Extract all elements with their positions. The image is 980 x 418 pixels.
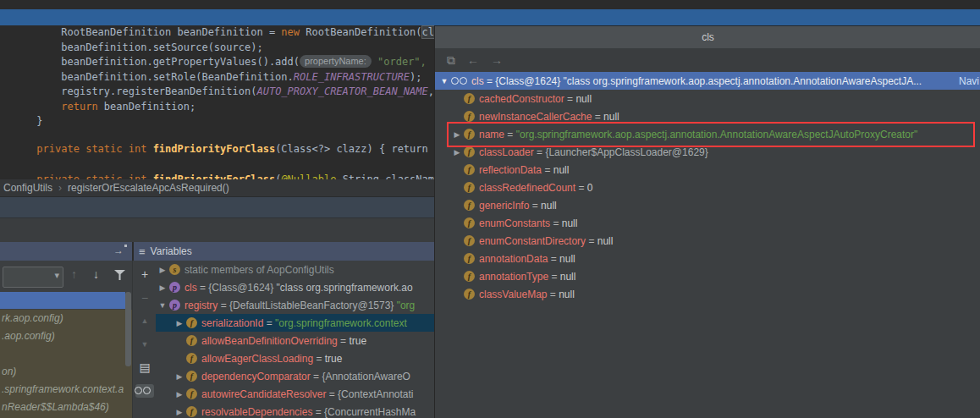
field-icon: f: [464, 146, 475, 157]
variable-name: allowEagerClassLoading: [201, 353, 313, 365]
equals-sign: =: [542, 164, 553, 176]
stack-frame[interactable]: [2, 345, 132, 363]
stack-frame[interactable]: on): [2, 363, 132, 381]
code-line: for (int i = 0; i < APC_PRIORITY_LIST.si…: [0, 172, 379, 179]
variable-row-dependencycomparator[interactable]: ▶ f dependencyComparator = {AnnotationAw…: [156, 367, 434, 385]
collapsed-arrow-icon[interactable]: ▶: [173, 372, 186, 381]
variable-ref: {ContextAnnotati: [338, 388, 413, 400]
variable-name: dependencyComparator: [201, 371, 311, 382]
stack-frame[interactable]: .aop.config): [2, 327, 132, 345]
breadcrumb-item-method[interactable]: registerOrEscalateApcAsRequired(): [64, 182, 233, 194]
equals-sign: =: [313, 353, 325, 365]
equals-sign: =: [326, 388, 338, 400]
frame-up-button[interactable]: ↑: [71, 267, 77, 281]
stack-frame[interactable]: rk.aop.config): [2, 310, 132, 327]
variable-row-cls[interactable]: ▶ p cls = {Class@1624} "class org.spring…: [156, 278, 434, 296]
popup-title: cls: [435, 26, 980, 49]
settings-icon[interactable]: ⧉: [447, 53, 455, 68]
code-text: beanDefinition;: [98, 101, 196, 113]
thread-selector-dropdown[interactable]: ▾: [3, 267, 63, 288]
watch-glasses-icon: [451, 77, 467, 85]
collapsed-arrow-icon[interactable]: ▶: [450, 148, 464, 157]
frames-panel-header: →: [0, 242, 132, 261]
move-watch-up-button[interactable]: ▲: [133, 316, 157, 325]
field-name: newInstanceCallerCache: [479, 111, 592, 123]
filter-icon[interactable]: [114, 270, 125, 280]
collapsed-arrow-icon[interactable]: ▶: [173, 390, 186, 399]
collapsed-arrow-icon[interactable]: ▶: [156, 283, 169, 292]
popup-toolbar: ⧉ ← →: [435, 48, 980, 72]
show-watches-toggle[interactable]: [135, 384, 154, 398]
variable-row-serializationid[interactable]: ▶ f serializationId = "org.springframewo…: [156, 314, 434, 332]
debug-window-header-band: [0, 197, 434, 217]
parameter-icon: p: [169, 282, 180, 293]
variable-ref: {Class@1624}: [495, 75, 563, 87]
library-frames-block: rk.aop.config) .aop.config) on) .springf…: [0, 310, 132, 418]
field-row-reflectiondata[interactable]: f reflectionData = null: [450, 161, 975, 179]
equals-sign: =: [550, 217, 562, 229]
field-row-genericinfo[interactable]: f genericInfo = null: [450, 196, 975, 214]
variable-row-allowbeandefinitionoverriding[interactable]: f allowBeanDefinitionOverriding = true: [156, 332, 434, 349]
stack-frame[interactable]: .springframework.context.a: [2, 381, 132, 399]
field-name: cachedConstructor: [479, 93, 564, 105]
field-row-classvaluemap[interactable]: f classValueMap = null: [450, 285, 975, 303]
variable-row-autowirecandidateresolver[interactable]: ▶ f autowireCandidateResolver = {Context…: [156, 385, 434, 403]
field-value: null: [603, 111, 619, 123]
code-line: }: [0, 98, 43, 113]
collapsed-arrow-icon[interactable]: ▶: [173, 408, 186, 416]
field-value: null: [553, 164, 570, 176]
variable-ref: {DefaultListableBeanFactory@1573}: [229, 300, 397, 311]
static-icon: s: [169, 264, 180, 275]
field-row-enumconstants[interactable]: f enumConstants = null: [450, 214, 975, 232]
field-value: {Launcher$AppClassLoader@1629}: [545, 146, 707, 158]
add-watch-button[interactable]: +: [133, 267, 157, 281]
forward-icon[interactable]: →: [491, 53, 503, 67]
field-row-annotationtype[interactable]: f annotationType = null: [450, 267, 975, 285]
field-icon: f: [464, 93, 475, 104]
collapsed-arrow-icon[interactable]: ▶: [156, 266, 169, 274]
debug-panel-headers: → ≡ Variables: [0, 242, 434, 261]
variable-row-static-members[interactable]: ▶ s static members of AopConfigUtils: [156, 261, 434, 278]
remove-watch-button[interactable]: −: [133, 291, 157, 305]
equals-sign: =: [484, 75, 496, 87]
popup-root-row[interactable]: ▼ cls = {Class@1624} "class org.springfr…: [435, 72, 980, 90]
annotation-highlight-box: [447, 122, 975, 147]
field-icon: f: [186, 335, 197, 346]
variable-ref: {ConcurrentHashMa: [324, 406, 416, 418]
variables-panel-header: ≡ Variables: [134, 242, 434, 261]
variable-row-resolvabledependencies[interactable]: ▶ f resolvableDependencies = {Concurrent…: [156, 403, 434, 418]
collapsed-arrow-icon[interactable]: ▶: [173, 319, 186, 327]
field-row-annotationdata[interactable]: f annotationData = null: [450, 250, 975, 267]
equals-sign: =: [592, 111, 603, 123]
dock-pin-icon[interactable]: →: [113, 245, 124, 256]
breadcrumb-item-class[interactable]: ConfigUtils: [0, 182, 56, 194]
field-name: enumConstants: [479, 217, 550, 229]
equals-sign: =: [575, 182, 587, 194]
field-name: classRedefinedCount: [479, 182, 575, 194]
variable-name: autowireCandidateResolver: [201, 388, 326, 400]
stack-frame[interactable]: nReader$$Lambda$46): [2, 399, 132, 416]
back-icon[interactable]: ←: [467, 53, 479, 67]
field-row-enumconstantdirectory[interactable]: f enumConstantDirectory = null: [450, 232, 975, 250]
variables-pane: ▶ s static members of AopConfigUtils ▶ p…: [156, 261, 434, 418]
code-keyword: new: [281, 26, 300, 38]
move-watch-down-button[interactable]: ▼: [133, 340, 157, 349]
frame-down-button[interactable]: ↓: [93, 267, 99, 281]
variable-row-alloweagerclassloading[interactable]: f allowEagerClassLoading = true: [156, 349, 434, 367]
field-row-classredefinedcount[interactable]: f classRedefinedCount = 0: [450, 179, 975, 196]
variable-value: "class org.springframework.ao: [277, 282, 413, 294]
field-name: enumConstantDirectory: [479, 235, 586, 247]
field-row-cachedconstructor[interactable]: f cachedConstructor = null: [450, 90, 975, 107]
variable-name: cls: [471, 75, 484, 87]
expanded-arrow-icon[interactable]: ▼: [156, 301, 169, 310]
duplicate-watch-icon[interactable]: ▤: [133, 360, 157, 374]
menu-icon[interactable]: ≡: [139, 245, 146, 258]
expanded-arrow-icon[interactable]: ▼: [438, 77, 451, 85]
variable-ref: {Class@1624}: [208, 282, 276, 294]
navigate-link[interactable]: Navi: [959, 75, 979, 87]
variable-row-registry[interactable]: ▼ p registry = {DefaultListableBeanFacto…: [156, 296, 434, 314]
selected-stack-frame[interactable]: [0, 292, 125, 309]
variable-value: "class org.springframework.aop.aspectj.a…: [564, 75, 922, 87]
field-name: annotationData: [479, 253, 548, 265]
frames-scrollbar[interactable]: [125, 292, 131, 366]
